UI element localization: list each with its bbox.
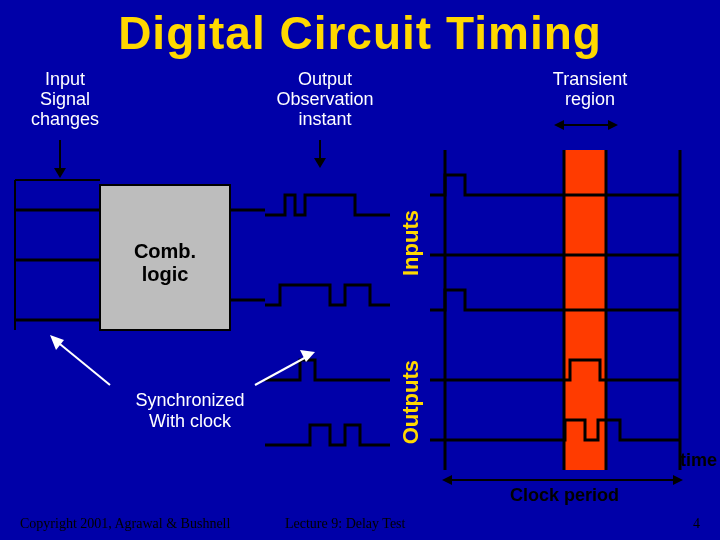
svg-line-13 (55, 340, 110, 385)
svg-marker-14 (50, 335, 64, 350)
svg-marker-25 (442, 475, 452, 485)
label-comb-logic: Comb. logic (115, 240, 215, 286)
svg-marker-11 (314, 158, 326, 168)
right-input-wave-3 (430, 290, 680, 310)
svg-marker-26 (673, 475, 683, 485)
svg-marker-6 (54, 168, 66, 178)
right-output-wave-1 (430, 360, 680, 380)
output-wave-2 (265, 425, 390, 445)
right-output-wave-2 (430, 420, 680, 440)
input-wave-1 (265, 195, 390, 215)
input-wave-2 (265, 285, 390, 305)
svg-marker-19 (608, 120, 618, 130)
timing-diagram (0, 0, 720, 540)
right-input-wave-1 (430, 175, 680, 195)
svg-marker-18 (554, 120, 564, 130)
